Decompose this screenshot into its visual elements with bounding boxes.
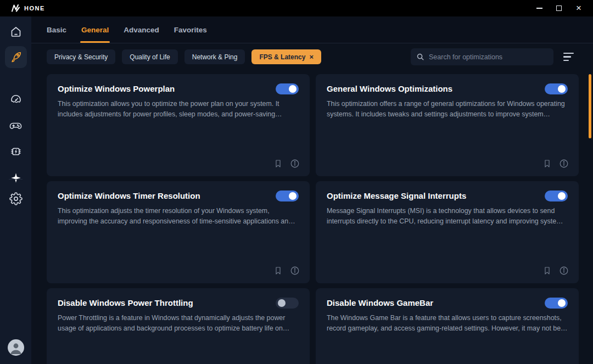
gear-icon — [9, 192, 23, 205]
card-disable-windows-power-throttling: Disable Windows Power Throttling Power T… — [47, 288, 310, 364]
card-description: This optimization offers a range of gene… — [327, 99, 568, 120]
toggle-knob — [558, 299, 566, 307]
rocket-icon — [9, 51, 23, 64]
tab-bar: Basic General Advanced Favorites — [31, 16, 593, 43]
hone-logo-icon — [11, 4, 20, 13]
chip-label: FPS & Latency — [259, 53, 305, 61]
search-icon — [416, 53, 424, 61]
sparkle-icon — [10, 172, 22, 184]
chip-privacy-security[interactable]: Privacy & Security — [47, 49, 115, 64]
toolbar: Privacy & Security Quality of Life Netwo… — [31, 44, 593, 70]
gamepad-icon — [9, 119, 23, 132]
search-bar[interactable] — [411, 48, 553, 65]
tab-label: Favorites — [174, 26, 207, 34]
sidebar-item-optimizations[interactable] — [5, 46, 27, 68]
card-toggle[interactable] — [276, 83, 299, 94]
toggle-knob — [289, 192, 296, 200]
card-title: General Windows Optimizations — [327, 84, 568, 93]
bookmark-icon[interactable] — [273, 159, 283, 169]
sidebar-item-settings[interactable] — [5, 188, 27, 210]
chip-label: Privacy & Security — [54, 53, 108, 61]
chip-network-ping[interactable]: Network & Ping — [184, 49, 245, 64]
tab-label: General — [81, 26, 109, 34]
card-description: The Windows Game Bar is a feature that a… — [327, 313, 568, 334]
chip-quality-of-life[interactable]: Quality of Life — [122, 49, 177, 64]
home-icon — [9, 25, 23, 38]
card-title: Optimize Windows Timer Resolution — [58, 191, 299, 200]
card-toggle[interactable] — [276, 191, 299, 201]
card-toggle[interactable] — [545, 83, 568, 94]
titlebar: HONE × — [0, 0, 593, 16]
toggle-knob — [289, 85, 296, 93]
card-optimize-windows-timer-resolution: Optimize Windows Timer Resolution This o… — [47, 181, 310, 283]
filter-chips: Privacy & Security Quality of Life Netwo… — [47, 49, 321, 64]
info-icon[interactable] — [290, 159, 300, 169]
card-toggle[interactable] — [545, 298, 568, 309]
person-icon — [8, 339, 24, 356]
tab-advanced[interactable]: Advanced — [124, 16, 159, 43]
info-icon[interactable] — [559, 159, 569, 169]
card-optimize-message-signal-interrupts: Optimize Message Signal Interrupts Messa… — [316, 181, 579, 283]
tab-label: Advanced — [124, 26, 159, 34]
card-disable-windows-gamebar: Disable Windows GameBar The Windows Game… — [316, 288, 579, 364]
sort-filter-button[interactable] — [563, 53, 574, 61]
maximize-icon — [556, 5, 562, 11]
card-optimize-windows-powerplan: Optimize Windows Powerplan This optimiza… — [47, 74, 310, 176]
toggle-knob — [558, 192, 566, 200]
card-description: Message Signal Interrupts (MSI) is a tec… — [327, 206, 568, 227]
minimize-icon — [536, 8, 542, 9]
card-description: This optimization adjusts the timer reso… — [58, 206, 299, 227]
bookmark-icon[interactable] — [273, 266, 283, 276]
toggle-knob — [278, 299, 286, 307]
chip-label: Network & Ping — [192, 53, 238, 61]
bookmark-icon[interactable] — [542, 266, 552, 276]
avatar[interactable] — [8, 339, 24, 356]
close-button[interactable]: × — [571, 2, 586, 15]
chip-icon — [9, 145, 23, 158]
toggle-knob — [558, 85, 566, 93]
card-toggle[interactable] — [545, 191, 568, 201]
card-description: This optimization allows you to optimize… — [58, 99, 299, 120]
card-toggle[interactable] — [276, 298, 299, 309]
chip-close-icon[interactable]: × — [309, 53, 314, 60]
card-title: Optimize Windows Powerplan — [58, 84, 299, 93]
gauge-icon — [9, 93, 23, 107]
info-icon[interactable] — [290, 266, 300, 276]
card-title: Optimize Message Signal Interrupts — [327, 191, 568, 200]
card-general-windows-optimizations: General Windows Optimizations This optim… — [316, 74, 579, 176]
app-title: HONE — [24, 5, 45, 12]
card-title: Disable Windows Power Throttling — [58, 298, 299, 307]
card-description: Power Throttling is a feature in Windows… — [58, 313, 299, 334]
sidebar-item-performance[interactable] — [5, 89, 27, 111]
bookmark-icon[interactable] — [542, 159, 552, 169]
close-icon: × — [576, 3, 581, 14]
search-input[interactable] — [429, 53, 548, 61]
sidebar-item-hardware[interactable] — [5, 141, 27, 163]
chip-label: Quality of Life — [130, 53, 170, 61]
tab-label: Basic — [47, 26, 66, 34]
card-title: Disable Windows GameBar — [327, 298, 568, 307]
sidebar-item-premium[interactable] — [5, 167, 27, 189]
sidebar-divider — [9, 179, 23, 180]
tab-favorites[interactable]: Favorites — [174, 16, 207, 43]
sidebar — [0, 16, 31, 364]
app-logo: HONE — [0, 4, 45, 13]
tab-general[interactable]: General — [81, 16, 109, 43]
sidebar-item-games[interactable] — [5, 115, 27, 137]
info-icon[interactable] — [559, 266, 569, 276]
optimization-cards: Optimize Windows Powerplan This optimiza… — [47, 74, 579, 364]
tab-basic[interactable]: Basic — [47, 16, 66, 43]
maximize-button[interactable] — [551, 2, 567, 15]
scrollbar-thumb[interactable] — [589, 74, 591, 138]
sidebar-item-home[interactable] — [5, 21, 27, 43]
minimize-button[interactable] — [532, 2, 547, 15]
chip-fps-latency[interactable]: FPS & Latency × — [251, 49, 321, 64]
sort-icon — [563, 53, 574, 54]
